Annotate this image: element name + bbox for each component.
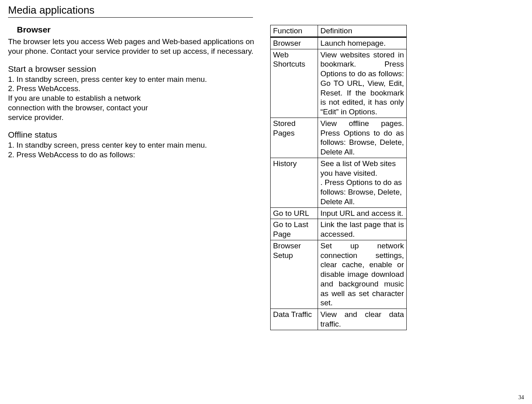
cell-definition: Set up network connection settings, clea… xyxy=(318,240,407,309)
content-wrapper: Browser The browser lets you access Web … xyxy=(8,25,524,330)
cell-function: Go to URL xyxy=(271,207,318,219)
step-line: connection with the browser, contact you… xyxy=(8,103,259,113)
browser-intro: The browser lets you access Web pages an… xyxy=(8,37,259,56)
cell-definition: View and clear data traffic. xyxy=(318,309,407,330)
browser-title: Browser xyxy=(17,25,259,35)
table-row: Browser Setup Set up network connection … xyxy=(271,240,407,309)
page-header: Media applications xyxy=(8,4,253,18)
cell-function: History xyxy=(271,158,318,207)
cell-function: Browser xyxy=(271,37,318,49)
cell-definition: View websites stored in bookmark. Press … xyxy=(318,49,407,118)
left-column: Browser The browser lets you access Web … xyxy=(8,25,259,168)
cell-function: Data Traffic xyxy=(271,309,318,330)
start-session-heading: Start a browser session xyxy=(8,64,259,74)
cell-definition: See a list of Web sites you have visited… xyxy=(318,158,407,207)
function-table: Function Definition Browser Launch homep… xyxy=(270,25,407,330)
offline-status-steps: 1. In standby screen, press center key t… xyxy=(8,140,259,160)
step-line: 2. Press WebAccess to do as follows: xyxy=(8,150,259,160)
cell-definition: Launch homepage. xyxy=(318,37,407,49)
cell-definition: Link the last page that is accessed. xyxy=(318,219,407,240)
table-row: Data Traffic View and clear data traffic… xyxy=(271,309,407,330)
start-session-steps: 1. In standby screen, press center key t… xyxy=(8,75,259,122)
table-row: History See a list of Web sites you have… xyxy=(271,158,407,207)
cell-definition: Input URL and access it. xyxy=(318,207,407,219)
cell-function: Stored Pages xyxy=(271,118,318,158)
step-line: If you are unable to establish a network xyxy=(8,93,259,103)
page-number: 34 xyxy=(518,394,524,401)
step-line: 1. In standby screen, press center key t… xyxy=(8,75,259,84)
header-function: Function xyxy=(271,25,318,37)
table-row: Stored Pages View offline pages. Press O… xyxy=(271,118,407,158)
table-header-row: Function Definition xyxy=(271,25,407,37)
offline-status-heading: Offline status xyxy=(8,130,259,140)
cell-function: Browser Setup xyxy=(271,240,318,309)
cell-function: Go to Last Page xyxy=(271,219,318,240)
step-line: 1. In standby screen, press center key t… xyxy=(8,140,259,150)
header-definition: Definition xyxy=(318,25,407,37)
table-row: Web Shortcuts View websites stored in bo… xyxy=(271,49,407,118)
table-row: Go to Last Page Link the last page that … xyxy=(271,219,407,240)
table-row: Go to URL Input URL and access it. xyxy=(271,207,407,219)
step-line: service provider. xyxy=(8,113,259,122)
right-column: Function Definition Browser Launch homep… xyxy=(270,25,407,330)
cell-definition: View offline pages. Press Options to do … xyxy=(318,118,407,158)
step-line: 2. Press WebAccess. xyxy=(8,84,259,93)
cell-function: Web Shortcuts xyxy=(271,49,318,118)
table-row: Browser Launch homepage. xyxy=(271,37,407,49)
